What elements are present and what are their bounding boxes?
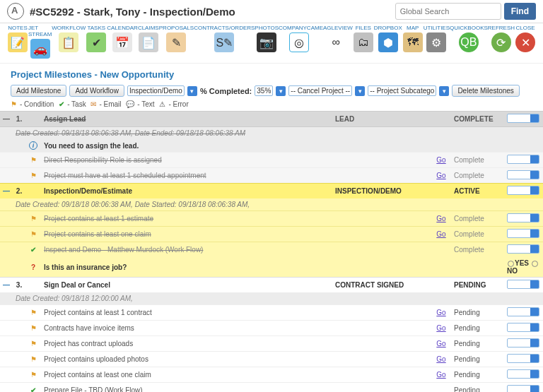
milestone-row: ✔ Inspect and Demo - Matthew Murdock (Wo… bbox=[0, 242, 543, 258]
tool-label: FILES bbox=[356, 25, 371, 31]
tool-claims[interactable]: CLAIMS📄 bbox=[138, 25, 159, 59]
go-link[interactable]: Go bbox=[436, 355, 445, 363]
action-select[interactable] bbox=[507, 155, 539, 164]
main-toolbar: NOTES📝JET STREAM🚗WORKFLOW📋TASKS✔CALENDAR… bbox=[0, 23, 543, 64]
milestone-row: ⚑ Project contains at least 1 contract G… bbox=[0, 305, 543, 321]
yes-radio[interactable] bbox=[508, 261, 514, 267]
action-select[interactable] bbox=[507, 323, 539, 332]
milestone-header[interactable]: — 2. Inspection/Demo/Estimate INSPECTION… bbox=[0, 184, 543, 199]
chevron-down-icon[interactable]: ▾ bbox=[355, 86, 365, 96]
go-link[interactable]: Go bbox=[436, 340, 445, 348]
action-select[interactable] bbox=[507, 114, 539, 123]
action-select[interactable] bbox=[507, 229, 539, 238]
action-select[interactable] bbox=[507, 280, 539, 289]
subcategory-select[interactable]: -- Project Subcatego bbox=[368, 85, 436, 96]
milestone-dates: Date Created: 09/18/18 12:00:00 AM, bbox=[0, 292, 543, 305]
expand-toggle[interactable]: — bbox=[0, 278, 13, 293]
tool-notes[interactable]: NOTES📝 bbox=[7, 25, 28, 59]
tool-refresh[interactable]: REFRESH⟳ bbox=[488, 25, 515, 59]
action-select[interactable] bbox=[507, 186, 539, 195]
tool-close[interactable]: CLOSE✕ bbox=[515, 25, 536, 59]
tool-workflow[interactable]: WORKFLOW📋 bbox=[52, 25, 86, 59]
proposals-icon: ✎ bbox=[166, 32, 186, 52]
info-icon: i bbox=[29, 141, 37, 150]
tool-label: WORKFLOW bbox=[52, 25, 86, 31]
app-logo-icon bbox=[7, 3, 24, 20]
go-link[interactable]: Go bbox=[436, 172, 445, 179]
tool-tasks[interactable]: TASKS✔ bbox=[86, 25, 107, 59]
tool-label: PROPOSALS bbox=[159, 25, 194, 31]
cancel-project-select[interactable]: -- Cancel Project -- bbox=[288, 85, 352, 96]
chevron-down-icon[interactable]: ▾ bbox=[439, 86, 449, 96]
stage-select[interactable]: Inspection/Demo bbox=[127, 85, 185, 96]
no-radio[interactable] bbox=[532, 261, 538, 267]
global-search-input[interactable] bbox=[395, 3, 501, 20]
milestones-table: — 1. Assign Lead LEAD COMPLETE Date Crea… bbox=[0, 111, 543, 392]
chevron-down-icon[interactable]: ▾ bbox=[276, 86, 286, 96]
pct-completed-select[interactable]: 35% bbox=[255, 85, 273, 96]
milestone-header[interactable]: — 1. Assign Lead LEAD COMPLETE bbox=[0, 112, 543, 127]
tool-dropbox[interactable]: DROPBOX⬢ bbox=[374, 25, 402, 59]
tool-map[interactable]: MAP🗺 bbox=[402, 25, 424, 59]
go-link[interactable]: Go bbox=[436, 371, 445, 379]
action-select[interactable] bbox=[507, 369, 539, 379]
row-icon: ⚑ bbox=[25, 367, 41, 383]
expand-toggle[interactable]: — bbox=[0, 184, 13, 199]
milestone-dates: Date Created: 09/18/18 08:06:38 AM, Date… bbox=[0, 127, 543, 140]
milestone-dates: Date Created: 09/18/18 08:06:38 AM, Date… bbox=[0, 198, 543, 211]
go-link[interactable]: Go bbox=[436, 230, 445, 238]
tool-label: NOTES bbox=[8, 25, 28, 31]
tool-eagleview[interactable]: EAGLEVIEW∞ bbox=[320, 25, 353, 59]
tool-quickbooks[interactable]: QUICKBOOKSqb bbox=[450, 25, 488, 59]
close-icon: ✕ bbox=[515, 32, 535, 52]
milestone-row: ⚑ Project contains at least one claim Go… bbox=[0, 227, 543, 242]
tool-label: TASKS bbox=[87, 25, 105, 31]
go-link[interactable]: Go bbox=[436, 215, 445, 222]
tool-contracts-orders[interactable]: CONTRACTS/ORDERSS✎ bbox=[194, 25, 255, 59]
tool-utilities[interactable]: UTILITIES⚙ bbox=[424, 25, 450, 59]
tool-label: MAP bbox=[407, 25, 419, 31]
milestone-row: ? Is this an insurance job? YES NO bbox=[0, 257, 543, 278]
tool-proposals[interactable]: PROPOSALS✎ bbox=[159, 25, 194, 59]
top-bar: #SC5292 - Stark, Tony - Inspection/Demo … bbox=[0, 0, 543, 23]
workflow-icon: 📋 bbox=[59, 32, 78, 52]
contracts-orders-icon: S✎ bbox=[214, 32, 234, 52]
eagleview-icon: ∞ bbox=[326, 32, 346, 52]
add-workflow-button[interactable]: Add Workflow bbox=[69, 85, 124, 97]
tool-files[interactable]: FILES🗂 bbox=[353, 25, 374, 59]
action-select[interactable] bbox=[507, 385, 539, 392]
companycam-icon: ◎ bbox=[289, 32, 309, 52]
expand-toggle[interactable]: — bbox=[0, 112, 13, 127]
delete-milestones-button[interactable]: Delete Milestones bbox=[452, 85, 519, 97]
row-icon: ⚑ bbox=[25, 227, 41, 242]
tool-label: EAGLEVIEW bbox=[320, 25, 353, 31]
action-select[interactable] bbox=[507, 307, 539, 316]
tool-label: JET STREAM bbox=[28, 25, 52, 37]
add-milestone-button[interactable]: Add Milestone bbox=[11, 85, 66, 97]
action-select[interactable] bbox=[507, 170, 539, 179]
tool-companycam[interactable]: COMPANYCAM◎ bbox=[279, 25, 320, 59]
row-icon: ⚑ bbox=[25, 211, 41, 227]
jet-stream-icon: 🚗 bbox=[30, 39, 50, 59]
find-button[interactable]: Find bbox=[504, 3, 536, 20]
action-select[interactable] bbox=[507, 244, 539, 254]
notes-icon: 📝 bbox=[8, 32, 28, 52]
go-link[interactable]: Go bbox=[436, 309, 445, 316]
tool-photos[interactable]: PHOTOS📷 bbox=[255, 25, 279, 59]
go-link[interactable]: Go bbox=[436, 324, 445, 332]
tool-calendar[interactable]: CALENDAR📅 bbox=[107, 25, 138, 59]
tool-label: CONTRACTS/ORDERS bbox=[194, 25, 255, 31]
action-select[interactable] bbox=[507, 354, 539, 363]
milestone-header[interactable]: — 3. Sign Deal or Cancel CONTRACT SIGNED… bbox=[0, 278, 543, 293]
milestone-row: ⚑ Project has contract uploads Go Pendin… bbox=[0, 336, 543, 352]
row-icon: ? bbox=[25, 257, 41, 278]
go-link[interactable]: Go bbox=[436, 156, 445, 164]
tool-label: UTILITIES bbox=[424, 25, 450, 31]
chevron-down-icon[interactable]: ▾ bbox=[187, 86, 197, 96]
photos-icon: 📷 bbox=[257, 32, 276, 52]
pct-completed-label: % Completed: bbox=[200, 87, 252, 95]
action-select[interactable] bbox=[507, 213, 539, 222]
action-select[interactable] bbox=[507, 338, 539, 348]
tool-jet-stream[interactable]: JET STREAM🚗 bbox=[28, 25, 52, 59]
legend: ⚑- Condition ✔- Task ✉- Email 💬- Text ⚠-… bbox=[0, 99, 543, 111]
